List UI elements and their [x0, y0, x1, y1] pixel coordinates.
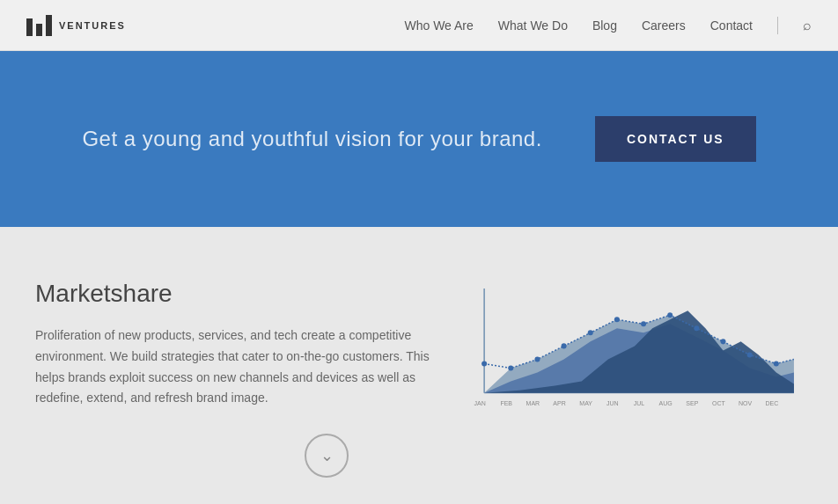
- svg-point-6: [508, 366, 513, 371]
- nav-who-we-are[interactable]: Who We Are: [404, 18, 473, 33]
- nav-divider: [777, 17, 778, 34]
- svg-text:JAN: JAN: [474, 400, 485, 406]
- svg-point-16: [774, 361, 779, 366]
- section-content: Marketshare Proliferation of new product…: [35, 271, 431, 409]
- svg-point-8: [562, 343, 567, 348]
- svg-text:NOV: NOV: [739, 400, 753, 406]
- marketshare-chart: JAN FEB MAR APR MAY JUN JUL AUG SEP OCT …: [467, 280, 803, 438]
- svg-text:SEP: SEP: [686, 400, 698, 406]
- nav-contact[interactable]: Contact: [710, 18, 753, 33]
- logo: VENTURES: [26, 15, 126, 36]
- svg-text:JUL: JUL: [634, 400, 645, 406]
- search-icon[interactable]: ⌕: [803, 18, 812, 33]
- hero-tagline: Get a young and youthful vision for your…: [82, 127, 541, 151]
- svg-text:AUG: AUG: [659, 400, 673, 406]
- svg-point-14: [721, 339, 726, 344]
- svg-text:APR: APR: [553, 400, 565, 406]
- svg-point-10: [614, 317, 620, 322]
- hero-banner: Get a young and youthful vision for your…: [0, 51, 838, 227]
- svg-point-5: [481, 361, 487, 366]
- svg-text:MAY: MAY: [579, 400, 592, 406]
- svg-point-9: [588, 330, 593, 335]
- scroll-down-button[interactable]: ⌄: [305, 434, 349, 478]
- section-title: Marketshare: [35, 280, 431, 308]
- nav-careers[interactable]: Careers: [642, 18, 686, 33]
- svg-point-11: [641, 321, 646, 326]
- main-nav: Who We Are What We Do Blog Careers Conta…: [404, 17, 812, 34]
- chart-svg: JAN FEB MAR APR MAY JUN JUL AUG SEP OCT …: [467, 280, 803, 421]
- logo-bar-1: [26, 18, 33, 36]
- section-body: Proliferation of new products, services,…: [35, 325, 431, 409]
- svg-point-13: [694, 325, 699, 331]
- logo-text: VENTURES: [59, 20, 126, 31]
- svg-point-12: [667, 312, 673, 318]
- svg-text:FEB: FEB: [500, 400, 512, 406]
- nav-blog[interactable]: Blog: [592, 18, 617, 33]
- chevron-down-icon: ⌄: [320, 446, 334, 465]
- logo-bar-2: [36, 24, 42, 36]
- logo-icon: [26, 15, 52, 36]
- svg-text:JUN: JUN: [606, 400, 619, 406]
- header: VENTURES Who We Are What We Do Blog Care…: [0, 0, 838, 51]
- svg-text:OCT: OCT: [712, 400, 726, 406]
- logo-bar-3: [46, 15, 52, 36]
- marketshare-section: Marketshare Proliferation of new product…: [0, 227, 838, 504]
- nav-what-we-do[interactable]: What We Do: [498, 18, 568, 33]
- contact-us-button[interactable]: CONTACT US: [595, 116, 756, 162]
- svg-point-7: [534, 356, 540, 362]
- svg-text:MAR: MAR: [526, 400, 540, 406]
- svg-point-15: [747, 352, 753, 357]
- svg-text:DEC: DEC: [765, 400, 778, 406]
